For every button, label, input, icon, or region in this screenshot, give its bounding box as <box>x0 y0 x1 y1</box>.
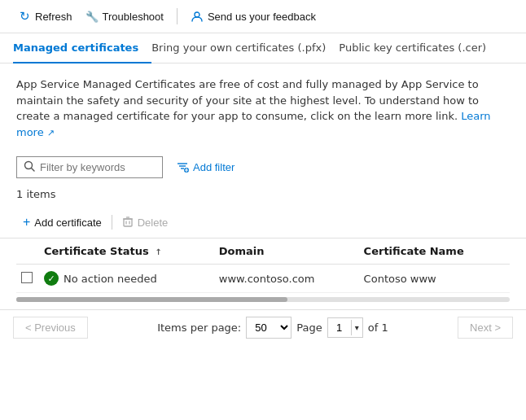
refresh-button[interactable]: ↻ Refresh <box>13 7 77 26</box>
row-domain-cell: www.contoso.com <box>214 265 359 293</box>
select-all-header <box>16 238 39 265</box>
table-header-row: Certificate Status ↑ Domain Certificate … <box>16 238 510 265</box>
horizontal-scrollbar[interactable] <box>0 293 526 306</box>
troubleshoot-label: Troubleshoot <box>103 11 164 23</box>
filter-input-wrap <box>16 156 163 178</box>
add-icon: + <box>23 215 30 230</box>
column-header-domain: Domain <box>214 238 359 265</box>
refresh-label: Refresh <box>35 11 72 23</box>
row-certificate-name-cell: Contoso www <box>359 265 510 293</box>
table-row: ✓ No action needed www.contoso.com Conto… <box>16 265 510 293</box>
add-certificate-button[interactable]: + Add certificate <box>16 212 108 233</box>
pagination: < Previous Items per page: 50 10 20 100 … <box>0 309 526 345</box>
pagination-right: Next > <box>458 317 513 339</box>
tab-cer-certificates[interactable]: Public key certificates (.cer) <box>339 33 499 63</box>
scrollbar-thumb[interactable] <box>16 297 287 302</box>
add-filter-label: Add filter <box>193 161 235 173</box>
add-certificate-label: Add certificate <box>34 217 101 229</box>
refresh-icon: ↻ <box>18 10 31 23</box>
page-input-wrap: ▾ <box>327 317 363 338</box>
next-button[interactable]: Next > <box>458 317 513 339</box>
delete-button[interactable]: Delete <box>116 212 175 233</box>
tabs: Managed certificates Bring your own cert… <box>0 33 526 63</box>
action-divider <box>112 215 112 230</box>
pagination-left: < Previous <box>13 317 88 339</box>
column-header-status[interactable]: Certificate Status ↑ <box>39 238 214 265</box>
column-header-name: Certificate Name <box>359 238 510 265</box>
delete-label: Delete <box>138 217 169 229</box>
delete-icon <box>122 216 134 230</box>
svg-line-2 <box>32 168 35 172</box>
row-checkbox-cell <box>16 265 39 293</box>
previous-button[interactable]: < Previous <box>13 317 88 339</box>
description-text: App Service Managed Certificates are fre… <box>16 78 479 122</box>
external-link-icon: ↗ <box>47 128 55 138</box>
filter-input[interactable] <box>40 161 154 173</box>
troubleshoot-icon: 🔧 <box>85 10 99 23</box>
pagination-center: Items per page: 50 10 20 100 Page ▾ of 1 <box>157 317 388 339</box>
tab-pfx-certificates[interactable]: Bring your own certificates (.pfx) <box>151 33 339 63</box>
toolbar-divider <box>177 8 178 24</box>
feedback-button[interactable]: Send us your feedback <box>186 7 321 26</box>
certificate-table: Certificate Status ↑ Domain Certificate … <box>16 238 510 293</box>
items-per-page-select[interactable]: 50 10 20 100 <box>246 317 291 339</box>
row-status-cell: ✓ No action needed <box>39 265 214 293</box>
description: App Service Managed Certificates are fre… <box>0 63 526 150</box>
sort-arrow-status: ↑ <box>155 247 161 256</box>
items-per-page-label: Items per page: <box>157 322 241 334</box>
search-icon <box>24 160 35 174</box>
svg-point-0 <box>195 12 199 17</box>
page-label: Page <box>296 322 322 334</box>
page-chevron-icon[interactable]: ▾ <box>351 320 362 335</box>
row-checkbox[interactable] <box>21 272 33 283</box>
troubleshoot-button[interactable]: 🔧 Troubleshoot <box>81 7 169 26</box>
certificate-table-wrap: Certificate Status ↑ Domain Certificate … <box>0 238 526 293</box>
svg-rect-9 <box>124 219 132 226</box>
add-filter-icon <box>176 160 189 175</box>
scrollbar-track[interactable] <box>16 297 510 302</box>
feedback-icon <box>191 10 204 23</box>
status-icon-green: ✓ <box>44 271 59 286</box>
action-bar: + Add certificate Delete <box>0 207 526 238</box>
feedback-label: Send us your feedback <box>208 11 316 23</box>
tab-managed-certificates[interactable]: Managed certificates <box>13 33 151 63</box>
page-number-input[interactable] <box>328 318 351 337</box>
add-filter-button[interactable]: Add filter <box>169 156 241 178</box>
toolbar: ↻ Refresh 🔧 Troubleshoot Send us your fe… <box>0 0 526 33</box>
of-label: of 1 <box>368 322 388 334</box>
row-status-label: No action needed <box>64 273 157 285</box>
items-count: 1 items <box>0 185 526 207</box>
filter-bar: Add filter <box>0 150 526 185</box>
